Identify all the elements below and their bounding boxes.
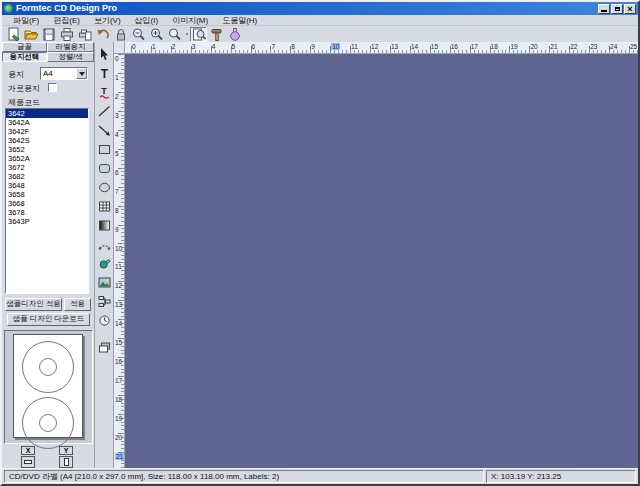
list-item[interactable]: 3652 bbox=[6, 145, 88, 154]
list-item[interactable]: 3658 bbox=[6, 190, 88, 199]
list-item[interactable]: 3643P bbox=[6, 217, 88, 226]
close-button[interactable]: × bbox=[624, 4, 636, 14]
landscape-checkbox[interactable] bbox=[48, 83, 57, 92]
horizontal-bar-icon bbox=[24, 460, 32, 464]
v-ruler-number: 14 bbox=[115, 320, 122, 327]
list-item[interactable]: 3648 bbox=[6, 181, 88, 190]
product-code-list[interactable]: 36423642A3642F3642S36523652A367236823648… bbox=[5, 108, 89, 294]
apply-button[interactable]: 적용 bbox=[64, 298, 91, 311]
tab-paper-select[interactable]: 용지선택 bbox=[2, 52, 47, 62]
menu-item-5[interactable]: 도움말(H) bbox=[215, 15, 264, 26]
tab-align-color[interactable]: 정렬/색 bbox=[47, 52, 94, 62]
toolbar-separator bbox=[184, 27, 189, 42]
arc-text-tool[interactable] bbox=[96, 236, 113, 253]
image-tool[interactable] bbox=[96, 274, 113, 291]
combo-dropdown-button[interactable] bbox=[76, 68, 87, 79]
preview-icon[interactable] bbox=[190, 27, 207, 42]
h-ruler-number: 24 bbox=[610, 43, 617, 50]
y-control-group: Y bbox=[59, 446, 74, 468]
text-tool[interactable]: T bbox=[96, 65, 113, 82]
h-ruler-number: 23 bbox=[590, 43, 597, 50]
paper-size-combobox[interactable]: A4 bbox=[40, 67, 88, 80]
tab-label-paper[interactable]: 라벨용지 bbox=[47, 42, 94, 52]
menu-item-2[interactable]: 보기(V) bbox=[87, 15, 128, 26]
svg-text:T: T bbox=[101, 86, 107, 96]
zoom-out-icon[interactable] bbox=[130, 27, 147, 42]
h-ruler-number: 19 bbox=[510, 43, 517, 50]
design-tools-icon[interactable] bbox=[208, 27, 225, 42]
app-icon bbox=[4, 4, 13, 13]
zoom-cursor-icon[interactable] bbox=[166, 27, 183, 42]
svg-text:T: T bbox=[100, 67, 108, 81]
list-item[interactable]: 3642A bbox=[6, 118, 88, 127]
y-button[interactable]: Y bbox=[59, 446, 73, 455]
main-toolbar bbox=[2, 26, 638, 42]
v-ruler-number: 13 bbox=[115, 301, 122, 308]
color-theme-icon[interactable] bbox=[226, 27, 243, 42]
v-ruler-number: 3 bbox=[115, 112, 119, 119]
canvas-region: 0123456789101112131415161718192021222324… bbox=[114, 42, 638, 468]
save-icon[interactable] bbox=[40, 27, 57, 42]
v-ruler-number: 2 bbox=[115, 93, 119, 100]
h-ruler-number: 17 bbox=[471, 43, 478, 50]
undo-icon[interactable] bbox=[94, 27, 111, 42]
clipart-tool[interactable] bbox=[96, 255, 113, 272]
v-ruler-number: 17 bbox=[115, 377, 122, 384]
tab-font[interactable]: 글꼴 bbox=[2, 42, 47, 52]
minimize-button[interactable] bbox=[598, 4, 610, 14]
rounded-rectangle-tool[interactable] bbox=[96, 160, 113, 177]
menu-item-4[interactable]: 이미지(M) bbox=[165, 15, 215, 26]
window-title: Formtec CD Design Pro bbox=[16, 2, 598, 15]
list-item[interactable]: 3642 bbox=[6, 109, 88, 118]
h-ruler-number: 9 bbox=[311, 43, 315, 50]
v-ruler-number: 15 bbox=[115, 339, 122, 346]
list-item[interactable]: 3668 bbox=[6, 199, 88, 208]
list-item[interactable]: 3652A bbox=[6, 154, 88, 163]
list-item[interactable]: 3682 bbox=[6, 172, 88, 181]
v-ruler-number: 12 bbox=[115, 282, 122, 289]
clock-tool[interactable] bbox=[96, 312, 113, 329]
list-item[interactable]: 3642F bbox=[6, 127, 88, 136]
h-ruler-number: 6 bbox=[252, 43, 256, 50]
list-item[interactable]: 3672 bbox=[6, 163, 88, 172]
list-item[interactable]: 3642S bbox=[6, 136, 88, 145]
menu-bar: 파일(F)편집(E)보기(V)삽입(I)이미지(M)도움말(H) bbox=[2, 15, 638, 26]
list-item[interactable]: 3678 bbox=[6, 208, 88, 217]
x-button[interactable]: X bbox=[21, 446, 35, 455]
h-ruler-number: 3 bbox=[192, 43, 196, 50]
zoom-in-icon[interactable] bbox=[148, 27, 165, 42]
text-art-tool[interactable]: T bbox=[96, 84, 113, 101]
menu-item-1[interactable]: 편집(E) bbox=[46, 15, 87, 26]
layers-tool[interactable] bbox=[96, 339, 113, 356]
table-tool[interactable] bbox=[96, 198, 113, 215]
select-tool[interactable] bbox=[96, 46, 113, 63]
download-sample-design-button[interactable]: 샘플 디자인 다운로드 bbox=[7, 313, 90, 326]
new-icon[interactable] bbox=[4, 27, 21, 42]
menu-item-3[interactable]: 삽입(I) bbox=[128, 15, 166, 26]
restore-button[interactable] bbox=[611, 4, 623, 14]
landscape-label: 가로용지 bbox=[8, 83, 40, 94]
lock-icon[interactable] bbox=[112, 27, 129, 42]
gradient-tool[interactable] bbox=[96, 217, 113, 234]
rectangle-tool[interactable] bbox=[96, 141, 113, 158]
menu-item-0[interactable]: 파일(F) bbox=[6, 15, 46, 26]
v-ruler-number: 18 bbox=[115, 396, 122, 403]
print-preview-icon[interactable] bbox=[76, 27, 93, 42]
ellipse-tool[interactable] bbox=[96, 179, 113, 196]
x-spacing-button[interactable] bbox=[21, 456, 35, 468]
y-spacing-button[interactable] bbox=[59, 456, 73, 468]
print-icon[interactable] bbox=[58, 27, 75, 42]
line-tool[interactable] bbox=[96, 103, 113, 120]
h-ruler-number: 13 bbox=[391, 43, 398, 50]
design-canvas[interactable] bbox=[125, 54, 638, 468]
arrow-line-tool[interactable] bbox=[96, 122, 113, 139]
h-ruler-number: 15 bbox=[431, 43, 438, 50]
paper-size-value: A4 bbox=[41, 68, 76, 79]
h-ruler: 0123456789101112131415161718192021222324… bbox=[125, 42, 638, 54]
h-ruler-number: 7 bbox=[271, 43, 275, 50]
h-ruler-number: 2 bbox=[172, 43, 176, 50]
open-icon[interactable] bbox=[22, 27, 39, 42]
apply-sample-design-button[interactable]: 샘플디자인 적용 bbox=[5, 298, 62, 311]
drawing-toolbar: T T bbox=[95, 42, 114, 468]
object-tree-tool[interactable] bbox=[96, 293, 113, 310]
